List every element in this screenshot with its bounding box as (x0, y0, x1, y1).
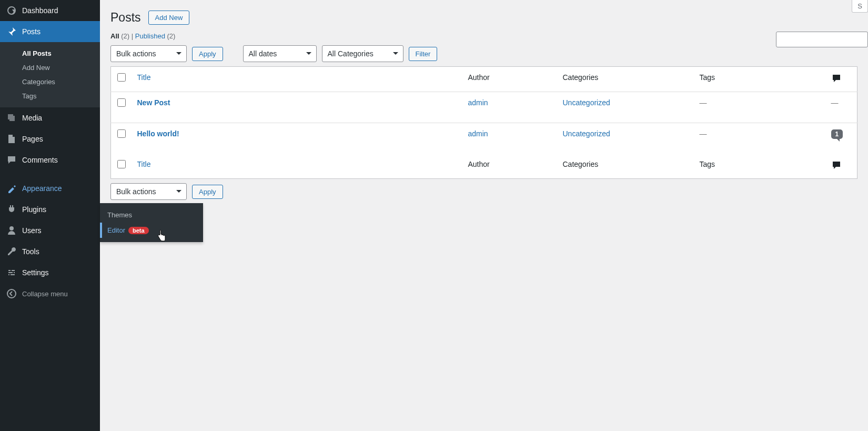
posts-table: Title Author Categories Tags New Post ad… (110, 66, 857, 179)
row-checkbox[interactable] (117, 98, 126, 107)
nav-users-label: Users (22, 226, 42, 235)
select-all-bottom[interactable] (117, 160, 126, 168)
nav-users[interactable]: Users (0, 220, 100, 241)
collapse-icon (6, 288, 17, 299)
bulk-actions-select[interactable]: Bulk actions (110, 45, 187, 62)
nav-comments-label: Comments (22, 156, 58, 164)
add-new-button[interactable]: Add New (148, 11, 190, 25)
col-author[interactable]: Author (463, 67, 558, 92)
col-title-foot[interactable]: Title (132, 154, 463, 179)
svg-point-0 (7, 289, 16, 298)
author-link[interactable]: admin (468, 98, 488, 107)
admin-sidebar: Dashboard Posts All Posts Add New Catego… (0, 0, 100, 431)
bulk-actions-select-bottom[interactable]: Bulk actions (110, 183, 187, 200)
nav-dashboard[interactable]: Dashboard (0, 0, 100, 21)
post-title-link[interactable]: New Post (137, 98, 170, 107)
nav-add-new[interactable]: Add New (0, 61, 100, 75)
nav-media-label: Media (22, 114, 42, 122)
users-icon (6, 225, 17, 236)
comments-value: — (831, 98, 839, 107)
filter-published[interactable]: Published (2) (135, 32, 176, 40)
nav-settings-label: Settings (22, 268, 49, 277)
screen-options-tab[interactable]: S (852, 0, 868, 13)
nav-tools-label: Tools (22, 247, 39, 256)
heading-row: Posts Add New (110, 11, 857, 25)
tablenav-top: Bulk actions Apply All dates All Categor… (110, 45, 857, 62)
comments-icon (6, 155, 17, 165)
nav-pages-label: Pages (22, 135, 43, 143)
flyout-editor[interactable]: Editor beta (100, 223, 203, 238)
col-comments[interactable] (826, 67, 857, 92)
media-icon (6, 113, 17, 123)
categories-select[interactable]: All Categories (322, 45, 403, 62)
nav-pages[interactable]: Pages (0, 128, 100, 149)
filter-button[interactable]: Filter (409, 47, 438, 61)
nav-dashboard-label: Dashboard (22, 6, 58, 15)
col-author-foot[interactable]: Author (463, 154, 558, 179)
comment-count[interactable]: 1 (831, 129, 843, 139)
post-title-link[interactable]: Hello world! (137, 129, 179, 138)
nav-plugins-label: Plugins (22, 205, 46, 214)
col-tags[interactable]: Tags (694, 67, 826, 92)
pages-icon (6, 134, 17, 144)
status-filters: All (2) | Published (2) (110, 32, 857, 40)
nav-plugins[interactable]: Plugins (0, 199, 100, 220)
nav-all-posts[interactable]: All Posts (0, 46, 100, 61)
search-input[interactable] (776, 32, 868, 47)
nav-media[interactable]: Media (0, 107, 100, 128)
pin-icon (6, 26, 17, 37)
category-link[interactable]: Uncategorized (563, 129, 610, 138)
pointer-cursor (157, 230, 166, 242)
appearance-flyout: Themes Editor beta (100, 203, 203, 242)
apply-button-top[interactable]: Apply (192, 47, 223, 61)
col-title[interactable]: Title (132, 67, 463, 92)
col-categories-foot[interactable]: Categories (558, 154, 694, 179)
row-checkbox[interactable] (117, 129, 126, 138)
dates-select[interactable]: All dates (243, 45, 317, 62)
table-row: Hello world! admin Uncategorized — 1 (111, 123, 857, 154)
page-title: Posts (110, 11, 141, 25)
nav-posts[interactable]: Posts (0, 21, 100, 42)
nav-categories[interactable]: Categories (0, 75, 100, 89)
col-categories[interactable]: Categories (558, 67, 694, 92)
collapse-menu[interactable]: Collapse menu (0, 283, 100, 304)
apply-button-bottom[interactable]: Apply (192, 185, 223, 199)
nav-tools[interactable]: Tools (0, 241, 100, 262)
collapse-label: Collapse menu (22, 290, 68, 298)
tools-icon (6, 246, 17, 257)
flyout-themes[interactable]: Themes (100, 207, 203, 223)
flyout-editor-label: Editor (107, 226, 125, 234)
beta-badge: beta (128, 227, 149, 234)
appearance-icon (6, 183, 17, 194)
settings-icon (6, 267, 17, 278)
main-content: S Posts Add New All (2) | Published (2) … (100, 0, 868, 431)
tablenav-bottom: Bulk actions Apply (110, 183, 857, 200)
col-comments-foot[interactable] (826, 154, 857, 179)
author-link[interactable]: admin (468, 129, 488, 138)
nav-appearance-label: Appearance (22, 184, 62, 193)
plugins-icon (6, 204, 17, 215)
nav-comments[interactable]: Comments (0, 149, 100, 171)
filter-all[interactable]: All (2) (110, 32, 132, 40)
category-link[interactable]: Uncategorized (563, 98, 610, 107)
table-row: New Post admin Uncategorized — — (111, 92, 857, 123)
tags-value: — (700, 98, 707, 107)
nav-posts-label: Posts (22, 27, 41, 36)
nav-appearance[interactable]: Appearance (0, 178, 100, 199)
nav-tags[interactable]: Tags (0, 89, 100, 103)
nav-settings[interactable]: Settings (0, 262, 100, 283)
select-all-top[interactable] (117, 73, 126, 82)
dashboard-icon (6, 5, 17, 16)
nav-posts-submenu: All Posts Add New Categories Tags (0, 42, 100, 107)
col-tags-foot[interactable]: Tags (694, 154, 826, 179)
tags-value: — (700, 129, 707, 138)
